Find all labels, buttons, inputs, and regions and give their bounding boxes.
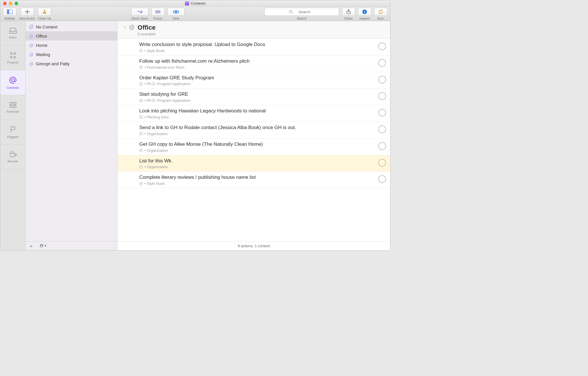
inspect-label: Inspect xyxy=(359,17,370,20)
sidebar-button[interactable] xyxy=(3,8,16,16)
share-label: Share xyxy=(344,17,353,20)
projects-icon xyxy=(9,52,17,59)
task-row[interactable]: Get GH copy to Allee Monse (The Naturall… xyxy=(117,139,390,155)
rail-flagged[interactable]: Flagged xyxy=(0,120,25,145)
note-icon xyxy=(139,149,143,152)
svg-point-14 xyxy=(14,56,16,58)
inbox-icon xyxy=(9,28,17,34)
task-row[interactable]: Write conclusion to style proposal. Uplo… xyxy=(117,39,390,55)
task-complete-checkbox[interactable] xyxy=(378,109,386,117)
note-icon xyxy=(139,66,143,69)
note-icon xyxy=(139,182,143,185)
task-title: List for this Wk. xyxy=(139,158,375,164)
task-row[interactable]: Follow up with fishchannel.com re:Alzhei… xyxy=(117,55,390,72)
gear-icon xyxy=(39,244,44,248)
task-title: Complete literary reviews / publishing h… xyxy=(139,174,375,181)
svg-point-6 xyxy=(175,11,177,13)
new-action-label: New Action xyxy=(19,17,35,20)
at-icon: @ xyxy=(29,34,34,39)
task-project: • Pitching misc. xyxy=(139,115,375,119)
svg-rect-1 xyxy=(7,10,9,14)
task-complete-checkbox[interactable] xyxy=(378,59,386,67)
task-project: • Ph.D. Program Application xyxy=(139,98,375,103)
disclosure-triangle[interactable]: ▽ xyxy=(124,24,126,29)
search-label: Search xyxy=(297,17,307,20)
task-project: • Ph.D. Program Application xyxy=(139,82,375,86)
svg-point-7 xyxy=(289,10,292,13)
task-project: • Fishchannel.com Pitch xyxy=(139,65,375,70)
sidebar-label: Sidebar xyxy=(4,17,15,20)
svg-rect-2 xyxy=(44,9,45,11)
at-icon: @ xyxy=(29,52,34,57)
task-row[interactable]: Start studying for GRE• Ph.D. Program Ap… xyxy=(117,89,390,105)
task-row[interactable]: List for this Wk.• Organization xyxy=(117,155,390,172)
context-item-george-and-patty[interactable]: @George and Patty xyxy=(26,59,117,68)
focus-icon xyxy=(155,10,161,14)
rail-contexts[interactable]: Contexts xyxy=(0,70,25,95)
svg-point-13 xyxy=(10,56,12,58)
svg-rect-4 xyxy=(155,11,160,12)
main-content: ▽ @ Office 8 available Write conclusion … xyxy=(117,21,390,250)
search-input[interactable] xyxy=(264,8,339,16)
arrow-right-icon xyxy=(137,9,143,14)
task-row[interactable]: Order Kaplan GRE Study Program• Ph.D. Pr… xyxy=(117,72,390,89)
inspect-button[interactable]: i xyxy=(358,8,371,16)
content-header: ▽ @ Office 8 available xyxy=(117,21,390,39)
task-title: Send a link to GH to Rodale contact (Jes… xyxy=(139,124,375,131)
context-item-office[interactable]: @Office xyxy=(26,31,117,41)
share-button[interactable] xyxy=(342,8,355,16)
task-complete-checkbox[interactable] xyxy=(378,76,386,84)
task-complete-checkbox[interactable] xyxy=(378,175,386,183)
search-input-field[interactable] xyxy=(295,10,315,14)
view-button[interactable] xyxy=(167,8,185,16)
app-icon xyxy=(185,1,189,5)
sync-label: Sync xyxy=(377,17,384,20)
task-row[interactable]: Send a link to GH to Rodale contact (Jes… xyxy=(117,122,390,139)
svg-rect-16 xyxy=(10,102,12,104)
sync-button[interactable] xyxy=(374,8,387,16)
rail-forecast[interactable]: Forecast xyxy=(0,95,25,120)
svg-rect-5 xyxy=(155,13,160,14)
task-project: • Organization xyxy=(139,132,375,136)
task-title: Write conclusion to style proposal. Uplo… xyxy=(139,41,375,48)
context-item-home[interactable]: @Home xyxy=(26,41,117,50)
context-item-no-context[interactable]: No Context xyxy=(26,22,117,31)
task-complete-checkbox[interactable] xyxy=(378,92,386,100)
task-row[interactable]: Look into pitching Hawaiian Legacy Hardw… xyxy=(117,105,390,122)
context-item-waiting[interactable]: @Waiting xyxy=(26,50,117,59)
minimize-window-button[interactable] xyxy=(9,2,12,5)
titlebar: Contexts xyxy=(0,0,390,7)
status-text: 9 actions, 1 context xyxy=(238,244,270,248)
rail-projects[interactable]: Projects xyxy=(0,46,25,70)
quick-open-button[interactable] xyxy=(131,8,148,16)
note-icon xyxy=(139,132,143,135)
rail-inbox[interactable]: Inbox xyxy=(0,21,25,46)
svg-rect-17 xyxy=(13,102,16,104)
task-title: Start studying for GRE xyxy=(139,91,375,98)
new-action-button[interactable] xyxy=(21,8,34,16)
task-row[interactable]: Complete literary reviews / publishing h… xyxy=(117,172,390,188)
forecast-icon xyxy=(9,102,17,108)
sidebar-icon xyxy=(7,9,13,14)
focus-button[interactable] xyxy=(151,8,165,16)
clean-up-label: Clean Up xyxy=(38,17,51,20)
task-complete-checkbox[interactable] xyxy=(378,42,386,50)
chevron-down-icon xyxy=(44,245,47,247)
maximize-window-button[interactable] xyxy=(15,2,18,5)
coffee-icon xyxy=(9,151,17,158)
task-complete-checkbox[interactable] xyxy=(378,142,386,150)
task-complete-checkbox[interactable] xyxy=(378,159,386,167)
add-context-button[interactable]: ＋ xyxy=(28,243,34,250)
sidebar-gear-menu[interactable] xyxy=(39,244,47,248)
header-subtitle: 8 available xyxy=(138,32,155,36)
note-icon xyxy=(139,165,143,169)
task-project: • Organization xyxy=(139,165,375,169)
close-window-button[interactable] xyxy=(3,2,7,5)
note-icon xyxy=(139,115,143,119)
rail-review[interactable]: Review xyxy=(0,145,25,169)
task-complete-checkbox[interactable] xyxy=(378,125,386,133)
clean-up-button[interactable] xyxy=(38,8,51,16)
no-context-icon xyxy=(29,24,34,29)
svg-point-11 xyxy=(10,53,12,54)
task-title: Get GH copy to Allee Monse (The Naturall… xyxy=(139,141,375,148)
